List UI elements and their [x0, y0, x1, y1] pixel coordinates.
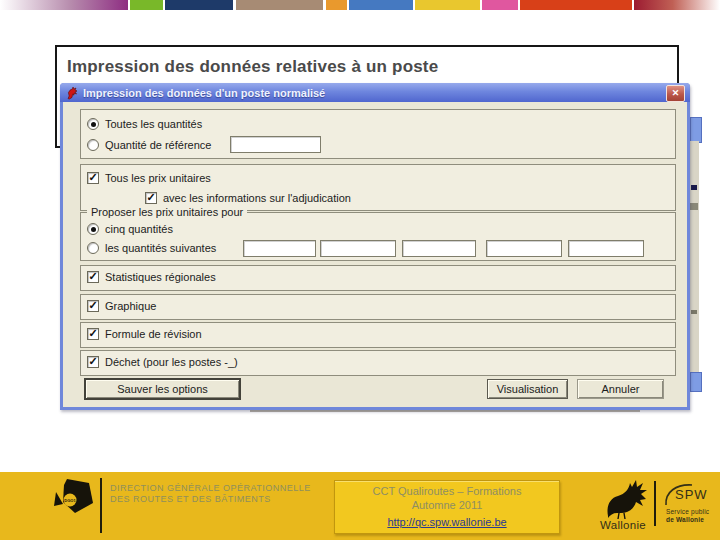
radio-reference-quantity[interactable] — [87, 139, 99, 151]
cancel-button[interactable]: Annuler — [577, 379, 664, 399]
top-color-bar — [0, 0, 720, 10]
checkbox-all-unit-prices-label: Tous les prix unitaires — [105, 172, 211, 184]
svg-text:DGO1: DGO1 — [64, 498, 76, 503]
radio-dot-icon — [91, 227, 96, 232]
quantity-input-2[interactable] — [320, 240, 396, 257]
radio-all-quantities-label: Toutes les quantités — [105, 118, 202, 130]
footer-divider-left — [100, 478, 102, 533]
top-bar-segment — [236, 0, 323, 10]
checkmark-icon: ✓ — [146, 192, 155, 203]
checkbox-waste-label: Déchet (pour les postes -_) — [105, 356, 238, 368]
svg-text:SPW: SPW — [675, 487, 708, 502]
background-window-fragment — [690, 203, 698, 210]
graphic-box: ✓ Graphique — [80, 294, 676, 320]
footer-divider-right — [654, 481, 656, 526]
checkbox-graphic-label: Graphique — [105, 300, 156, 312]
save-options-button[interactable]: Sauver les options — [84, 378, 241, 400]
wallonie-rooster-logo — [598, 476, 648, 524]
radio-five-quantities[interactable] — [87, 223, 99, 235]
spw-subtitle-line1: Service public — [666, 508, 709, 516]
revision-formula-box: ✓ Formule de révision — [80, 322, 676, 348]
checkmark-icon: ✓ — [88, 300, 97, 311]
slide-canvas: Impression des données relatives à un po… — [0, 0, 720, 540]
propose-prices-group-box: Proposer les prix unitaires pour cinq qu… — [80, 212, 676, 261]
quantity-input-5[interactable] — [568, 240, 644, 257]
spw-subtitle-line2: de Wallonie — [666, 516, 704, 524]
dialog-titlebar[interactable]: Impression des données d'un poste normal… — [60, 83, 690, 102]
preview-button[interactable]: Visualisation — [487, 379, 568, 399]
top-bar-segment — [520, 0, 632, 10]
checkbox-graphic[interactable]: ✓ — [87, 300, 99, 312]
quantity-input-1[interactable] — [243, 240, 316, 257]
checkbox-regional-stats-label: Statistiques régionales — [105, 271, 216, 283]
radio-dot-icon — [91, 122, 96, 127]
top-bar-segment — [634, 0, 720, 10]
slide-title: Impression des données relatives à un po… — [57, 47, 677, 77]
propose-prices-legend: Proposer les prix unitaires pour — [87, 206, 247, 218]
background-window-fragment — [690, 372, 702, 392]
top-bar-segment — [130, 0, 163, 10]
wallonie-label: Wallonie — [596, 519, 650, 531]
checkmark-icon: ✓ — [88, 271, 97, 282]
checkbox-adjudication-info-label: avec les informations sur l'adjudication — [163, 192, 351, 204]
footer-session-season: Automne 2011 — [335, 498, 559, 512]
radio-following-quantities[interactable] — [87, 242, 99, 254]
footer-directorate-text: DIRECTION GÉNÉRALE OPÉRATIONNELLE DES RO… — [110, 483, 311, 505]
dialog-title: Impression des données d'un poste normal… — [83, 87, 325, 99]
checkmark-icon: ✓ — [88, 328, 97, 339]
quantity-group-box: Toutes les quantités Quantité de référen… — [80, 109, 676, 159]
checkbox-regional-stats[interactable]: ✓ — [87, 271, 99, 283]
checkbox-all-unit-prices[interactable]: ✓ — [87, 172, 99, 184]
radio-five-quantities-label: cinq quantités — [105, 223, 173, 235]
footer-directorate-line2: DES ROUTES ET DES BÂTIMENTS — [110, 494, 311, 505]
footer-link[interactable]: http://qc.spw.wallonie.be — [387, 515, 506, 530]
background-window-fragment — [690, 141, 699, 373]
top-bar-segment — [349, 0, 413, 10]
background-window-fragment — [691, 310, 697, 314]
radio-following-quantities-label: les quantités suivantes — [105, 242, 216, 254]
footer-session-title: CCT Qualiroutes – Formations — [335, 484, 559, 498]
unit-prices-group-box: ✓ Tous les prix unitaires ✓ avec les inf… — [80, 164, 676, 211]
waste-box: ✓ Déchet (pour les postes -_) — [80, 350, 676, 376]
checkmark-icon: ✓ — [88, 356, 97, 367]
background-window-fragment — [691, 185, 697, 190]
checkbox-revision-formula-label: Formule de révision — [105, 328, 202, 340]
top-bar-segment — [415, 0, 480, 10]
rooster-app-icon — [66, 86, 79, 100]
radio-reference-quantity-label: Quantité de référence — [105, 139, 211, 151]
checkmark-icon: ✓ — [88, 172, 97, 183]
close-button[interactable]: ✕ — [666, 85, 685, 102]
reference-quantity-input[interactable] — [230, 136, 321, 153]
radio-all-quantities[interactable] — [87, 118, 99, 130]
quantity-input-3[interactable] — [402, 240, 476, 257]
background-window-fragment — [690, 117, 702, 143]
checkbox-adjudication-info[interactable]: ✓ — [145, 192, 157, 204]
checkbox-waste[interactable]: ✓ — [87, 356, 99, 368]
background-window-edge — [250, 410, 640, 412]
footer: DGO1 DIRECTION GÉNÉRALE OPÉRATIONNELLE D… — [0, 472, 720, 540]
spw-logo: SPW — [662, 482, 716, 510]
top-bar-segment — [326, 0, 347, 10]
dialog-body: Toutes les quantités Quantité de référen… — [63, 102, 687, 407]
top-bar-segment — [165, 0, 233, 10]
print-options-dialog: Impression des données d'un poste normal… — [60, 83, 690, 410]
checkbox-revision-formula[interactable]: ✓ — [87, 328, 99, 340]
top-bar-segment — [482, 0, 518, 10]
dgo1-logo: DGO1 — [53, 477, 97, 521]
close-icon: ✕ — [672, 89, 680, 98]
footer-directorate-line1: DIRECTION GÉNÉRALE OPÉRATIONNELLE — [110, 483, 311, 494]
quantity-input-4[interactable] — [486, 240, 562, 257]
top-bar-segment — [0, 0, 128, 10]
footer-session-plate: CCT Qualiroutes – Formations Automne 201… — [334, 480, 560, 534]
regional-stats-box: ✓ Statistiques régionales — [80, 265, 676, 291]
